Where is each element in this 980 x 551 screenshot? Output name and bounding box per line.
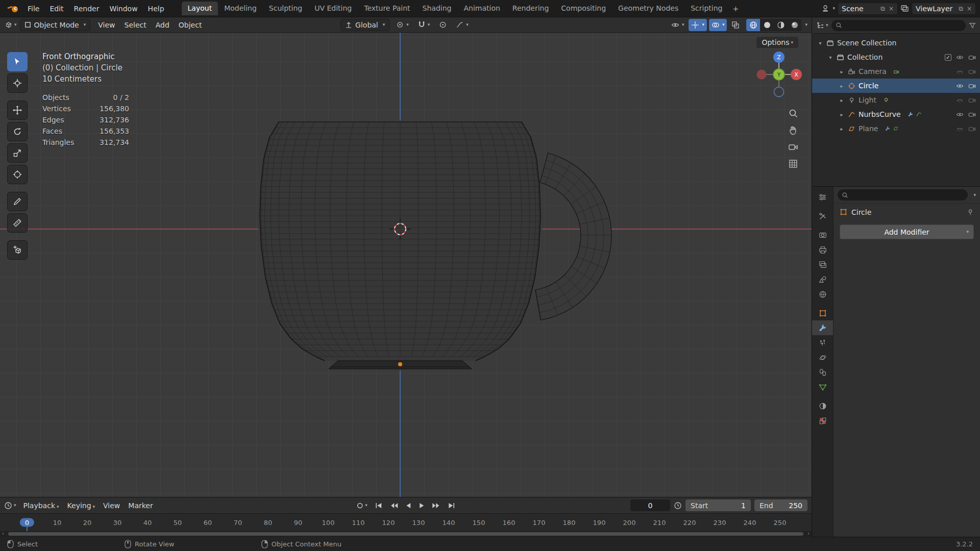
- gizmo-x-neg-axis[interactable]: [757, 70, 767, 80]
- viewport-canvas[interactable]: Front Orthographic (0) Collection | Circ…: [0, 33, 812, 497]
- pin-icon[interactable]: [967, 209, 974, 216]
- show-overlays-toggle[interactable]: ▾: [709, 19, 727, 31]
- transform-tool[interactable]: [7, 165, 28, 184]
- tab-shading[interactable]: Shading: [416, 2, 458, 15]
- object-visibility-toggle[interactable]: ▾: [669, 19, 687, 31]
- view-layer-field[interactable]: ViewLayer ⧉ ×: [912, 3, 976, 15]
- current-frame-field[interactable]: 0: [630, 499, 670, 511]
- grid-perspective-icon[interactable]: [788, 159, 798, 169]
- tab-uv-editing[interactable]: UV Editing: [308, 2, 358, 15]
- menu-file[interactable]: File: [22, 3, 44, 14]
- outliner-scene-collection-row[interactable]: ▾ Scene Collection: [812, 36, 980, 50]
- filter-icon[interactable]: [969, 22, 976, 29]
- outliner-item-camera[interactable]: ▸ Camera: [812, 64, 980, 79]
- outliner-item-plane[interactable]: ▸ Plane: [812, 121, 980, 136]
- disable-in-render-icon[interactable]: [968, 111, 976, 118]
- disable-in-render-icon[interactable]: [968, 54, 976, 61]
- transform-orientation-select[interactable]: Global ▾: [340, 19, 389, 31]
- disclosure-icon[interactable]: ▸: [839, 69, 845, 74]
- scroll-right-icon[interactable]: ›: [807, 531, 810, 536]
- start-frame-field[interactable]: Start 1: [685, 499, 751, 511]
- disclosure-icon[interactable]: ▸: [839, 97, 845, 103]
- menu-tl-view[interactable]: View: [99, 500, 124, 511]
- outliner-collection-row[interactable]: ▾ Collection ✓: [812, 50, 980, 64]
- proportional-falloff-icon[interactable]: ▾: [453, 19, 471, 31]
- menu-object[interactable]: Object: [174, 20, 207, 30]
- tab-object-data[interactable]: [812, 380, 833, 394]
- disclosure-icon[interactable]: ▸: [839, 126, 845, 132]
- add-workspace-button[interactable]: +: [728, 4, 743, 14]
- hide-in-viewport-icon[interactable]: [956, 54, 964, 61]
- disclosure-icon[interactable]: ▾: [817, 40, 823, 46]
- tab-tool[interactable]: [812, 209, 833, 223]
- disclosure-icon[interactable]: ▾: [827, 55, 834, 60]
- menu-playback[interactable]: Playback▾: [19, 500, 63, 511]
- tab-render[interactable]: [812, 228, 833, 242]
- menu-edit[interactable]: Edit: [44, 3, 68, 14]
- snap-magnet-icon[interactable]: ▾: [415, 19, 433, 31]
- properties-editor-icon[interactable]: [812, 190, 833, 205]
- new-scene-icon[interactable]: ⧉: [880, 5, 885, 12]
- collection-checkbox[interactable]: ✓: [945, 54, 951, 61]
- properties-options-chevron[interactable]: ▾: [973, 193, 976, 197]
- disable-in-render-icon[interactable]: [968, 68, 976, 76]
- menu-window[interactable]: Window: [104, 3, 142, 14]
- tab-scene[interactable]: [812, 272, 833, 287]
- tab-constraints[interactable]: [812, 365, 833, 380]
- tab-rendering[interactable]: Rendering: [506, 2, 555, 15]
- tab-compositing[interactable]: Compositing: [555, 2, 612, 15]
- tab-texture[interactable]: [812, 413, 833, 428]
- tab-modifiers[interactable]: [812, 320, 833, 335]
- proportional-editing-icon[interactable]: [436, 19, 449, 31]
- tab-object[interactable]: [812, 306, 833, 320]
- shading-material-button[interactable]: [774, 19, 788, 31]
- mode-select[interactable]: Object Mode ▾: [20, 19, 91, 31]
- shading-rendered-button[interactable]: [788, 19, 801, 31]
- timeline-scrollbar[interactable]: [8, 532, 803, 536]
- cursor-tool[interactable]: [7, 73, 28, 93]
- measure-tool[interactable]: [7, 213, 28, 233]
- shading-options-chevron[interactable]: ▾: [805, 22, 807, 27]
- annotate-tool[interactable]: [7, 192, 28, 211]
- scale-tool[interactable]: [7, 143, 28, 163]
- hide-in-viewport-icon[interactable]: [956, 111, 964, 118]
- pivot-point-select[interactable]: ▾: [394, 19, 411, 31]
- editor-type-3d-viewport-icon[interactable]: ▾: [4, 20, 17, 29]
- scene-browse-icon[interactable]: ▾: [822, 5, 835, 12]
- options-dropdown[interactable]: Options▾: [756, 37, 798, 48]
- blender-logo-icon[interactable]: [7, 5, 19, 13]
- view-layer-icon[interactable]: [900, 5, 909, 12]
- jump-to-end-button[interactable]: [445, 502, 457, 510]
- tab-particles[interactable]: [812, 335, 833, 350]
- tab-geometry-nodes[interactable]: Geometry Nodes: [612, 2, 684, 15]
- preview-range-clock-icon[interactable]: [674, 502, 682, 510]
- disable-in-render-icon[interactable]: [968, 82, 976, 90]
- disclosure-icon[interactable]: ▸: [839, 112, 845, 117]
- navigation-gizmo[interactable]: Z X Y: [754, 50, 803, 99]
- tab-texture-paint[interactable]: Texture Paint: [358, 2, 416, 15]
- jump-to-start-button[interactable]: [373, 502, 385, 510]
- menu-render[interactable]: Render: [69, 3, 105, 14]
- timeline-ruler[interactable]: 0 10203040506070809010011012013014015016…: [0, 514, 812, 531]
- shading-solid-button[interactable]: [760, 19, 774, 31]
- tab-output[interactable]: [812, 242, 833, 257]
- menu-keying[interactable]: Keying▾: [63, 500, 100, 511]
- select-box-tool[interactable]: [7, 52, 28, 71]
- menu-help[interactable]: Help: [143, 3, 169, 14]
- scene-name-field[interactable]: Scene ⧉ ×: [838, 3, 898, 15]
- remove-view-layer-icon[interactable]: ×: [967, 5, 972, 12]
- play-button[interactable]: [416, 502, 427, 510]
- menu-select[interactable]: Select: [120, 20, 151, 30]
- add-cube-tool[interactable]: [7, 240, 28, 260]
- editor-type-timeline-icon[interactable]: ▾: [4, 502, 16, 510]
- playhead-badge[interactable]: 0: [20, 518, 34, 527]
- menu-marker[interactable]: Marker: [124, 500, 157, 511]
- hide-in-viewport-icon[interactable]: [956, 82, 964, 90]
- zoom-icon[interactable]: [788, 108, 798, 118]
- add-view-layer-icon[interactable]: ⧉: [959, 5, 963, 12]
- tab-material[interactable]: [812, 398, 833, 413]
- hide-in-viewport-icon[interactable]: [956, 68, 964, 76]
- disclosure-icon[interactable]: ▸: [839, 83, 845, 89]
- next-keyframe-button[interactable]: [430, 502, 442, 510]
- previous-keyframe-button[interactable]: [388, 502, 400, 510]
